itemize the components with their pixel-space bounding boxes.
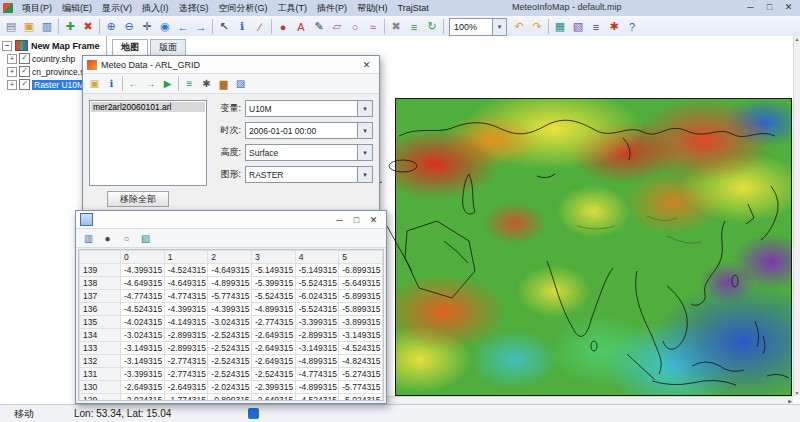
table-cell[interactable]: -3.024315 [208, 316, 252, 329]
save-data-icon[interactable]: ▥ [80, 230, 97, 246]
new-polygon-icon[interactable]: ▱ [328, 18, 346, 36]
menu-tools[interactable]: 工具(T) [273, 2, 313, 15]
menu-help[interactable]: 帮助(H) [352, 2, 393, 15]
chevron-down-icon[interactable]: ▾ [357, 145, 372, 160]
column-header[interactable]: 0 [121, 251, 165, 264]
attribute-table-icon[interactable]: ▦ [551, 18, 569, 36]
chevron-down-icon[interactable]: ▾ [357, 123, 372, 138]
collapse-icon[interactable]: − [2, 41, 12, 51]
row-header[interactable]: 137 [80, 290, 121, 303]
table-cell[interactable]: -4.649315 [121, 277, 165, 290]
new-point-icon[interactable]: ● [274, 18, 292, 36]
table-cell[interactable]: -4.524315 [295, 394, 339, 402]
menu-view[interactable]: 显示(V) [97, 2, 137, 15]
table-cell[interactable]: -5.024315 [339, 394, 383, 402]
table-cell[interactable]: -2.524315 [208, 329, 252, 342]
column-header[interactable]: 3 [251, 251, 295, 264]
scroll-right-icon[interactable]: ▶ [788, 398, 792, 404]
menu-insert[interactable]: 插入(I) [137, 2, 174, 15]
save-icon[interactable]: ▥ [38, 18, 56, 36]
row-header[interactable]: 131 [80, 368, 121, 381]
table-cell[interactable]: -4.774315 [295, 368, 339, 381]
table-cell[interactable]: -2.649315 [121, 381, 165, 394]
minimize-icon[interactable]: ─ [741, 0, 760, 15]
table-cell[interactable]: -3.899315 [339, 316, 383, 329]
row-header[interactable]: 136 [80, 303, 121, 316]
row-header[interactable]: 130 [80, 381, 121, 394]
table-cell[interactable]: -4.774315 [164, 290, 208, 303]
map-frame-node[interactable]: − New Map Frame [0, 39, 106, 52]
row-header[interactable]: 138 [80, 277, 121, 290]
expand-icon[interactable]: + [7, 80, 17, 90]
maximize-icon[interactable]: □ [760, 0, 779, 15]
table-cell[interactable]: -4.824315 [339, 355, 383, 368]
remove-all-button[interactable]: 移除全部 [107, 191, 169, 207]
column-header[interactable]: 4 [295, 251, 339, 264]
grid-dialog-titlebar[interactable]: ─ □ ✕ [76, 211, 386, 229]
point-mode-icon[interactable]: ● [99, 230, 116, 246]
minimize-icon[interactable]: ─ [331, 212, 348, 228]
row-header[interactable]: 129 [80, 394, 121, 402]
table-cell[interactable]: -2.899315 [164, 329, 208, 342]
pan-icon[interactable]: ✛ [138, 18, 156, 36]
row-header[interactable]: 133 [80, 342, 121, 355]
table-cell[interactable]: -4.524315 [339, 342, 383, 355]
table-cell[interactable]: -3.149315 [121, 342, 165, 355]
full-extent-icon[interactable]: ◉ [156, 18, 174, 36]
clear-graphics-icon[interactable]: ✖ [387, 18, 405, 36]
table-cell[interactable]: -4.774315 [121, 290, 165, 303]
menu-spatial-analysis[interactable]: 空间分析(G) [214, 2, 273, 15]
data-grid[interactable]: 012345139-4.399315-4.524315-4.649315-5.1… [78, 249, 384, 401]
close-icon[interactable]: ✕ [365, 212, 382, 228]
chevron-down-icon[interactable]: ▾ [357, 101, 372, 116]
table-cell[interactable]: -4.899315 [295, 381, 339, 394]
open-data-icon[interactable]: ▣ [86, 76, 103, 92]
refresh-icon[interactable]: ↻ [423, 18, 441, 36]
chart-icon[interactable]: ▧ [569, 18, 587, 36]
table-cell[interactable]: -2.524315 [251, 368, 295, 381]
script-icon[interactable]: ≡ [587, 18, 605, 36]
column-header[interactable] [80, 251, 121, 264]
table-cell[interactable]: -6.899315 [339, 264, 383, 277]
new-circle-icon[interactable]: ○ [346, 18, 364, 36]
identify-icon[interactable]: ℹ [233, 18, 251, 36]
layer-checkbox[interactable]: ✓ [19, 66, 30, 77]
tab-map[interactable]: 地图 [112, 39, 148, 55]
zoom-level-combo[interactable]: 100% ▾ [449, 18, 507, 36]
table-cell[interactable]: -5.524315 [251, 290, 295, 303]
redo-icon[interactable]: ↷ [528, 18, 546, 36]
scroll-down-icon[interactable]: ▼ [795, 390, 800, 396]
previous-time-icon[interactable]: ← [125, 76, 142, 92]
row-header[interactable]: 135 [80, 316, 121, 329]
table-cell[interactable]: -4.649315 [208, 264, 252, 277]
table-cell[interactable]: -3.149315 [295, 342, 339, 355]
expand-icon[interactable]: + [7, 67, 17, 77]
remove-layer-icon[interactable]: ✖ [79, 18, 97, 36]
data-info-icon[interactable]: ℹ [103, 76, 120, 92]
bar-chart-icon[interactable]: ▆ [215, 76, 232, 92]
table-cell[interactable]: -2.774315 [164, 355, 208, 368]
table-cell[interactable]: -5.899315 [339, 290, 383, 303]
scroll-up-icon[interactable]: ▲ [795, 36, 800, 42]
table-cell[interactable]: -5.524315 [295, 277, 339, 290]
table-cell[interactable]: -4.524315 [164, 264, 208, 277]
plot-type-combo[interactable]: RASTER ▾ [245, 166, 373, 183]
chevron-down-icon[interactable]: ▾ [357, 167, 372, 182]
close-icon[interactable]: ✕ [358, 57, 375, 73]
table-cell[interactable]: -4.899315 [251, 303, 295, 316]
table-cell[interactable]: -5.524315 [295, 303, 339, 316]
table-cell[interactable]: -2.649315 [251, 394, 295, 402]
table-cell[interactable]: -4.899315 [295, 355, 339, 368]
table-cell[interactable]: -2.399315 [251, 381, 295, 394]
table-cell[interactable]: -4.899315 [208, 277, 252, 290]
table-cell[interactable]: -5.899315 [339, 303, 383, 316]
animate-icon[interactable]: ▶ [159, 76, 176, 92]
table-cell[interactable]: -5.149315 [295, 264, 339, 277]
table-cell[interactable]: -4.149315 [164, 316, 208, 329]
variable-combo[interactable]: U10M ▾ [245, 100, 373, 117]
chevron-down-icon[interactable]: ▾ [492, 19, 506, 35]
table-cell[interactable]: -4.399315 [208, 303, 252, 316]
menu-project[interactable]: 项目(P) [17, 2, 57, 15]
table-cell[interactable]: -1.774315 [164, 394, 208, 402]
layer-checkbox[interactable]: ✓ [19, 79, 30, 90]
